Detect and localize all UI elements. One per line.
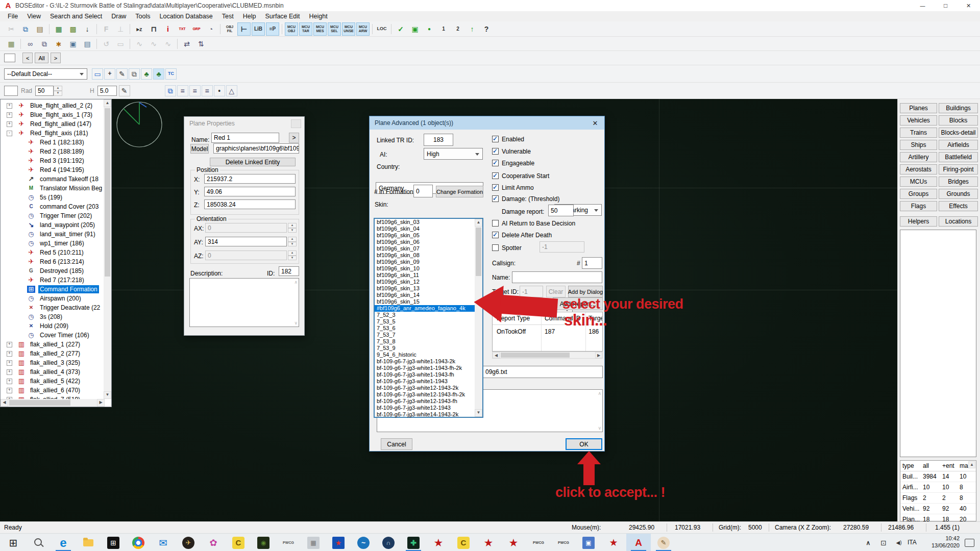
tree-item[interactable]: + ▥ flak_allied_4 (373)	[1, 367, 104, 377]
mcu-sel-icon[interactable]: MCU SEL	[328, 22, 341, 36]
tree-item[interactable]: G Destroyed (185)	[1, 266, 104, 276]
layers-icon[interactable]: ≡P	[266, 22, 279, 36]
language-indicator[interactable]: ITA	[908, 539, 917, 546]
tree-item[interactable]: + ✈ Blue_flight_axis_1 (73)	[1, 110, 104, 119]
taskbar-app-button[interactable]: PWCG	[276, 534, 301, 551]
tree-item[interactable]: ✈ Red 5 (210:211)	[1, 248, 104, 257]
check-icon[interactable]: ✓	[394, 22, 407, 36]
category-button[interactable]: Ships	[900, 140, 937, 150]
counts-header[interactable]: type	[900, 462, 923, 469]
skin-option[interactable]: bf-109-g6-7-jg3-white12-1943-2k	[375, 385, 475, 391]
report-scroll-left-icon[interactable]: ◀	[493, 352, 500, 358]
report-scroll-right-icon[interactable]: ▶	[595, 352, 602, 358]
category-button[interactable]: MCUs	[900, 177, 937, 187]
spotter-field[interactable]: -1	[540, 241, 584, 253]
category-button[interactable]: Grounds	[939, 189, 978, 199]
pen-icon[interactable]: ✎	[116, 68, 128, 80]
skin-option[interactable]: bf109g6_skin_15	[375, 298, 475, 305]
menu-item[interactable]: File	[3, 12, 22, 21]
taskbar-app-button[interactable]: e	[51, 534, 76, 551]
tree-item[interactable]: ◷ Cover Timer (106)	[1, 331, 104, 340]
category-button[interactable]: Blocks	[939, 115, 978, 126]
export2-icon[interactable]: ⇅	[194, 37, 208, 51]
close-icon[interactable]: ✕	[588, 118, 602, 128]
formation-field[interactable]: 0	[413, 185, 433, 197]
limit-ammo-checkbox[interactable]	[492, 184, 499, 191]
tree-expander[interactable]: +	[7, 342, 12, 347]
advanced-name-field[interactable]	[512, 271, 602, 283]
link-nodes-icon[interactable]: ∞	[23, 37, 37, 51]
az-field[interactable]: 0	[205, 251, 287, 260]
arrow-up-icon[interactable]: ↑	[465, 22, 479, 36]
menu-item[interactable]: Help	[238, 12, 261, 21]
ai-combo[interactable]: High	[424, 148, 483, 160]
tree-expander[interactable]: -	[7, 131, 12, 136]
plane-advanced-title-bar[interactable]: Plane Advanced (1 object(s))	[370, 116, 604, 130]
network-icon[interactable]: ⊡	[876, 539, 891, 547]
group-tool-icon[interactable]: GRP	[190, 22, 203, 36]
terrain-grid-icon[interactable]: ▦	[5, 37, 18, 51]
skin-option[interactable]: bf-109-g6-7-jg3-white12-1943-fh-2k	[375, 391, 475, 398]
volume-icon[interactable]: ◀)	[891, 540, 906, 545]
category-button[interactable]: Battlefield	[939, 152, 978, 162]
ax-spinner[interactable]: ▲▼	[288, 223, 297, 233]
tree-item[interactable]: ◷ 5s (199)	[1, 193, 104, 202]
id-field[interactable]: 182	[279, 266, 299, 276]
rotate-icon[interactable]: ↺	[100, 37, 113, 51]
tree-item[interactable]: ↘ land_waypoint (205)	[1, 220, 104, 230]
x-field[interactable]: 215937.2	[204, 174, 296, 184]
monitor-icon[interactable]: ▭	[92, 68, 103, 80]
taskbar-app-button[interactable]: ◉	[251, 534, 276, 551]
category-button[interactable]: Flags	[900, 201, 937, 211]
cancel-button[interactable]: Cancel	[381, 438, 412, 450]
tree-item[interactable]: ✈ Red 4 (194:195)	[1, 165, 104, 174]
radius-input[interactable]: 50	[35, 86, 54, 96]
tree-view-icon[interactable]: ⊢	[237, 22, 251, 36]
taskbar-app-button[interactable]: A	[626, 534, 651, 551]
tree-expander[interactable]: +	[7, 388, 12, 393]
skin-option[interactable]: bf-109-g6-7-jg3-white1-1943-fh	[375, 371, 475, 378]
scroll-down-icon[interactable]: ▼	[104, 391, 111, 399]
az-spinner[interactable]: ▲▼	[288, 251, 297, 260]
polyline3-icon[interactable]: ∿	[161, 37, 175, 51]
mixer2-icon[interactable]: ≡	[189, 85, 201, 96]
nav-filter-box[interactable]	[4, 54, 15, 62]
image-icon[interactable]: ▣	[66, 37, 80, 51]
nav-button[interactable]: <	[22, 53, 33, 63]
menu-item[interactable]: Tools	[131, 12, 155, 21]
nav-button[interactable]: All	[35, 53, 48, 63]
skin-option[interactable]: bf109g6_skin_14	[375, 292, 475, 298]
skin-option[interactable]: bf-109-g6-7-jg3-white1-1943-2k	[375, 358, 475, 365]
category-button[interactable]: Groups	[900, 189, 937, 199]
add-by-dialog-button[interactable]: Add by Dialog	[568, 286, 603, 297]
bridge-icon[interactable]: ⊓	[147, 22, 160, 36]
category-button[interactable]: Bridges	[939, 177, 978, 187]
tree-item[interactable]: + ✈ Blue_flight_allied_2 (2)	[1, 101, 104, 110]
skin-option[interactable]: bf109g6_skin_09	[375, 259, 475, 265]
menu-item[interactable]: Height	[305, 12, 332, 21]
skin-option[interactable]: 9_54_6_historic	[375, 352, 475, 358]
skin-option[interactable]: bf109g6_skin_03	[375, 219, 475, 226]
taskbar-app-button[interactable]: ∩	[376, 534, 401, 551]
link-chain-icon[interactable]: ⧉	[38, 37, 51, 51]
tree-item[interactable]: ✈ Red 2 (188:189)	[1, 147, 104, 156]
category-button[interactable]: Vehicles	[900, 115, 937, 126]
skin-option[interactable]: bf109g6_skin_06	[375, 239, 475, 245]
menu-item[interactable]: Test	[217, 12, 238, 21]
info-icon[interactable]: i	[161, 22, 175, 36]
expand-name-button[interactable]: >	[289, 133, 299, 143]
taskbar-app-button[interactable]: PWCG	[551, 534, 576, 551]
scroll-left-icon[interactable]: ◀	[1, 399, 8, 407]
category-button[interactable]: Effects	[939, 201, 978, 211]
tree-item[interactable]: ✈ Red 7 (217:218)	[1, 276, 104, 285]
tree-item[interactable]: ◷ 3s (208)	[1, 312, 104, 321]
report-table-hscrollbar[interactable]: ◀ ▶	[492, 352, 603, 359]
skin-option[interactable]: bf109g6_skin_12	[375, 279, 475, 285]
map-palette-icon[interactable]: ▩	[66, 22, 80, 36]
time-icon[interactable]: ◔	[204, 22, 217, 36]
mixer3-icon[interactable]: ≡	[202, 85, 213, 96]
map-texture-icon[interactable]: ▦	[52, 22, 65, 36]
mcu-obj-icon[interactable]: MCU OBJ	[285, 22, 298, 36]
export-icon[interactable]: ⇄	[180, 37, 193, 51]
callsign-number-field[interactable]: 1	[582, 257, 602, 269]
